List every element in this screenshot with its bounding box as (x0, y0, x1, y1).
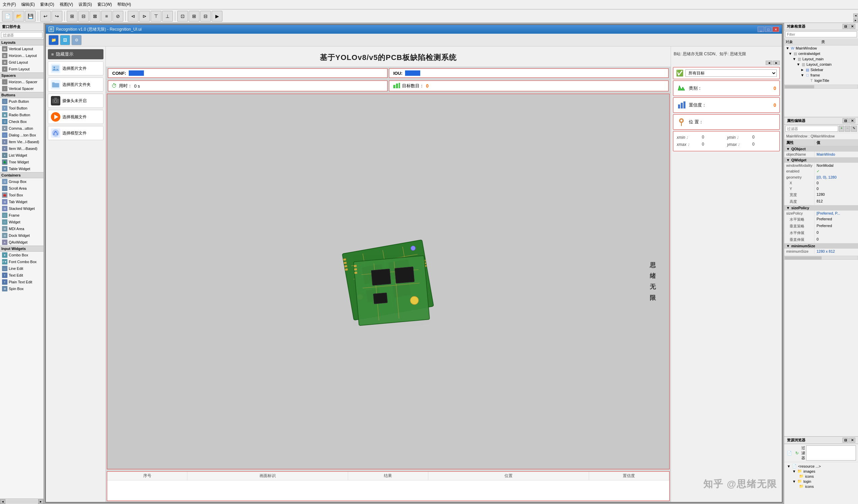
prop-value-width[interactable]: 1280 (814, 192, 858, 198)
align-right-button[interactable]: ⊳ (139, 11, 150, 21)
category-layouts[interactable]: Layouts (0, 39, 44, 46)
hide-show-button[interactable]: ≡ 隐藏显示 (48, 49, 104, 59)
widget-item-form-layout[interactable]: ≡ Form Layout (0, 66, 44, 72)
widget-item-check-box[interactable]: ☑ Check Box (0, 118, 44, 125)
prop-settings-btn[interactable]: ✎ (851, 126, 857, 132)
res-item-resource[interactable]: ▼ 📄 <resource ...> (785, 464, 857, 469)
align-bottom-button[interactable]: ⊥ (162, 11, 173, 21)
expand-layout-contain[interactable]: ▼ (796, 62, 800, 66)
prop-value-geometry[interactable]: [(0, 0), 1280 (814, 175, 858, 180)
layout-v-button[interactable]: ⊟ (78, 11, 89, 21)
prop-value-hstretch[interactable]: 0 (814, 230, 858, 236)
menu-view[interactable]: 视图(V) (60, 2, 73, 7)
scroll-right-arrow[interactable]: ► (773, 61, 780, 65)
scroll-left-btn[interactable]: ◄ (0, 499, 5, 504)
widget-item-vertical-layout[interactable]: ▤ Vertical Layout (0, 46, 44, 52)
prop-value-hpolicy[interactable]: Preferred (814, 216, 858, 223)
select-video-button[interactable]: 选择视频文件 (48, 110, 104, 124)
widget-item-tool-box[interactable]: 🧰 Tool Box (0, 192, 44, 198)
menu-form[interactable]: 窗体(O) (40, 2, 54, 7)
widget-box-hscroll[interactable]: ◄ ► (0, 499, 44, 504)
app-tool-btn-2[interactable]: 🖼 (60, 35, 70, 45)
res-item-images[interactable]: ▼ 📁 images (785, 469, 857, 474)
align-left-button[interactable]: ⊲ (128, 11, 139, 21)
widget-item-mdi-area[interactable]: ⊟ MDI Area (0, 225, 44, 232)
tree-item-centralwidget[interactable]: ▼ ▤ centralwidget (784, 51, 858, 56)
widget-item-tool-button[interactable]: T Tool Button (0, 105, 44, 112)
prop-value-objectname[interactable]: MainWindo (814, 151, 858, 157)
widget-item-radio-button[interactable]: ◉ Radio Button (0, 112, 44, 118)
same-height-button[interactable]: ⊟ (200, 11, 211, 21)
same-width-button[interactable]: ⊞ (189, 11, 200, 21)
close-button[interactable]: ✕ (773, 27, 779, 32)
prop-value-sizepolicy[interactable]: [Preferred, P... (814, 211, 858, 216)
widget-item-vspacer[interactable]: ↕ Vertical Spacer (0, 85, 44, 92)
layout-f-button[interactable]: ≡ (101, 11, 112, 21)
res-panel-close-btn[interactable]: ✕ (849, 438, 855, 443)
widget-item-item-view[interactable]: ≡ Item Vie...l-Based) (0, 139, 44, 145)
menu-file[interactable]: 文件(F) (3, 2, 16, 7)
panel-float-btn[interactable]: ⊟ (842, 24, 848, 29)
tree-item-frame[interactable]: ▼ □ frame (784, 72, 858, 78)
menu-window[interactable]: 窗口(W) (97, 2, 112, 7)
prop-scroll-track[interactable] (784, 256, 858, 260)
widget-item-combo-box[interactable]: ▼ Combo Box (0, 252, 44, 258)
widget-item-spin-box[interactable]: ⊞ Spin Box (0, 286, 44, 292)
layout-h-button[interactable]: ⊞ (67, 11, 78, 21)
target-select[interactable]: 所有目标 (685, 69, 777, 77)
open-button[interactable]: 📂 (14, 11, 24, 21)
widget-item-scroll-area[interactable]: ↕ Scroll Area (0, 185, 44, 192)
preview-button[interactable]: ▶ (212, 11, 222, 21)
scroll-left-arrow[interactable]: ◄ (766, 61, 773, 65)
scroll-right-btn[interactable]: ► (38, 499, 44, 504)
widget-item-text-edit[interactable]: T Text Edit (0, 272, 44, 279)
category-input-widgets[interactable]: Input Widgets (0, 246, 44, 252)
prop-remove-btn[interactable]: − (845, 126, 850, 132)
res-panel-float-btn[interactable]: ⊟ (842, 438, 848, 443)
widget-item-push-button[interactable]: □ Push Button (0, 98, 44, 105)
widget-item-frame[interactable]: □ Frame (0, 212, 44, 218)
tree-item-layout-main[interactable]: ▼ ▥ Layout_main (784, 56, 858, 62)
prop-value-vpolicy[interactable]: Preferred (814, 223, 858, 229)
widget-item-font-combo-box[interactable]: F▼ Font Combo Box (0, 258, 44, 265)
widget-item-horizontal-layout[interactable]: ▥ Horizon... Layout (0, 52, 44, 59)
layout-g-button[interactable]: ⊠ (90, 11, 100, 21)
align-top-button[interactable]: ⊤ (150, 11, 161, 21)
widget-item-stacked-widget[interactable]: ⊟ Stacked Widget (0, 205, 44, 212)
widget-item-qax-widget[interactable]: A QAxWidget (0, 239, 44, 246)
widget-item-tab-widget[interactable]: ⊟ Tab Widget (0, 198, 44, 205)
break-layout-button[interactable]: ⊘ (113, 11, 123, 21)
res-new-btn[interactable]: 📄 (785, 450, 793, 456)
tree-item-mainwindow[interactable]: ▼ W MainWindow (784, 46, 858, 51)
menu-edit[interactable]: 编辑(E) (21, 2, 35, 7)
prop-hscroll[interactable] (784, 256, 858, 260)
widget-item-line-edit[interactable]: — Line Edit (0, 265, 44, 272)
category-spacers[interactable]: Spacers (0, 72, 44, 79)
redo-button[interactable]: ↪ (51, 11, 62, 21)
expand-centralwidget[interactable]: ▼ (788, 51, 792, 55)
widget-item-dock-widget[interactable]: ⊟ Dock Widget (0, 232, 44, 239)
expand-mainwindow[interactable]: ▼ (785, 46, 790, 50)
new-button[interactable]: 📄 (2, 11, 13, 21)
tree-scroll-thumb[interactable] (785, 85, 814, 88)
widget-item-grid-layout[interactable]: ⊞ Grid Layout (0, 59, 44, 66)
prop-scroll-thumb[interactable] (785, 256, 822, 260)
category-buttons[interactable]: Buttons (0, 92, 44, 98)
prop-value-x[interactable]: 0 (814, 180, 858, 185)
tree-item-layout-contain[interactable]: ▼ ▥ Layout_contain (784, 62, 858, 67)
widget-item-group-box[interactable]: ⊡ Group Box (0, 178, 44, 185)
tree-item-logintitle[interactable]: T loginTitle (784, 78, 858, 83)
expand-layout-main[interactable]: ▼ (792, 57, 796, 61)
maximize-button[interactable]: □ (765, 27, 772, 32)
widget-item-tree-widget[interactable]: 🌲 Tree Widget (0, 159, 44, 165)
prop-value-enabled[interactable]: ✓ (814, 168, 858, 174)
save-button[interactable]: 💾 (25, 11, 36, 21)
tree-hscroll[interactable] (784, 84, 858, 88)
prop-group-minsize[interactable]: ▼ minimumSize (784, 243, 858, 249)
widget-item-widget[interactable]: □ Widget (0, 218, 44, 225)
app-tool-btn-1[interactable]: 📁 (49, 35, 59, 45)
widget-item-item-widget[interactable]: ≡ Item Wi...-Based) (0, 145, 44, 152)
widget-item-command-button[interactable]: ▼ Comma...utton (0, 125, 44, 132)
adjust-size-button[interactable]: ⊡ (177, 11, 188, 21)
menu-help[interactable]: 帮助(H) (117, 2, 131, 7)
